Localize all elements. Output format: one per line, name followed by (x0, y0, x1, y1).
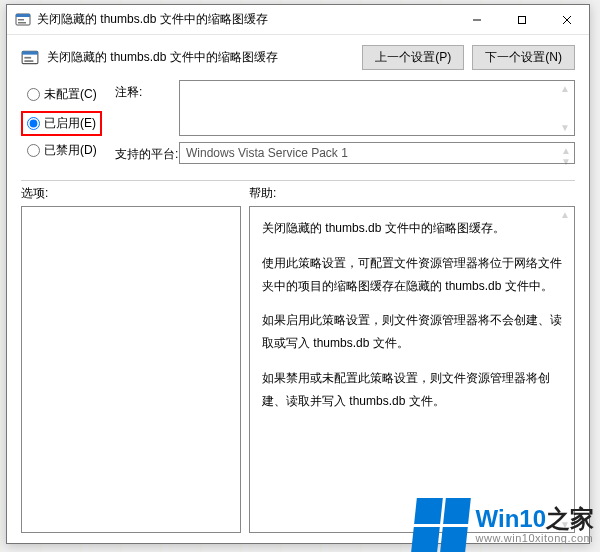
options-label: 选项: (21, 185, 249, 202)
help-text: 关闭隐藏的 thumbs.db 文件中的缩略图缓存。 使用此策略设置，可配置文件… (250, 207, 574, 435)
state-radio-group: 未配置(C) 已启用(E) 已禁用(D) (27, 80, 115, 169)
window-title: 关闭隐藏的 thumbs.db 文件中的缩略图缓存 (37, 11, 454, 28)
divider (21, 180, 575, 181)
radio-not-configured[interactable]: 未配置(C) (27, 86, 115, 103)
highlight-enabled: 已启用(E) (21, 111, 102, 136)
help-p4: 如果禁用或未配置此策略设置，则文件资源管理器将创建、读取并写入 thumbs.d… (262, 367, 562, 413)
help-label: 帮助: (249, 185, 276, 202)
comment-textarea[interactable]: ▲▼ (179, 80, 575, 136)
policy-editor-window: 关闭隐藏的 thumbs.db 文件中的缩略图缓存 关闭隐藏的 thumbs.d… (6, 4, 590, 544)
radio-disabled[interactable]: 已禁用(D) (27, 142, 115, 159)
maximize-button[interactable] (499, 5, 544, 35)
svg-rect-2 (18, 19, 24, 21)
radio-enabled[interactable]: 已启用(E) (27, 115, 96, 132)
policy-icon (21, 49, 39, 67)
help-p2: 使用此策略设置，可配置文件资源管理器将位于网络文件夹中的项目的缩略图缓存在隐藏的… (262, 252, 562, 298)
svg-rect-5 (518, 16, 525, 23)
options-panel[interactable] (21, 206, 241, 533)
svg-rect-9 (22, 51, 38, 54)
help-p3: 如果启用此策略设置，则文件资源管理器将不会创建、读取或写入 thumbs.db … (262, 309, 562, 355)
svg-rect-10 (24, 56, 31, 58)
supported-platform-combo[interactable]: Windows Vista Service Pack 1 ▲▼ (179, 142, 575, 164)
close-button[interactable] (544, 5, 589, 35)
help-p1: 关闭隐藏的 thumbs.db 文件中的缩略图缓存。 (262, 217, 562, 240)
section-labels: 选项: 帮助: (7, 185, 589, 202)
previous-setting-button[interactable]: 上一个设置(P) (362, 45, 464, 70)
platform-label: 支持的平台: (115, 142, 179, 163)
platform-value: Windows Vista Service Pack 1 (186, 146, 348, 160)
header-row: 关闭隐藏的 thumbs.db 文件中的缩略图缓存 上一个设置(P) 下一个设置… (7, 35, 589, 76)
titlebar: 关闭隐藏的 thumbs.db 文件中的缩略图缓存 (7, 5, 589, 35)
comment-label: 注释: (115, 80, 179, 101)
help-panel[interactable]: 关闭隐藏的 thumbs.db 文件中的缩略图缓存。 使用此策略设置，可配置文件… (249, 206, 575, 533)
policy-icon (15, 12, 31, 28)
svg-rect-11 (24, 60, 33, 62)
minimize-button[interactable] (454, 5, 499, 35)
window-controls (454, 5, 589, 35)
page-title: 关闭隐藏的 thumbs.db 文件中的缩略图缓存 (47, 49, 354, 66)
next-setting-button[interactable]: 下一个设置(N) (472, 45, 575, 70)
svg-rect-1 (16, 14, 30, 17)
svg-rect-3 (18, 22, 26, 24)
